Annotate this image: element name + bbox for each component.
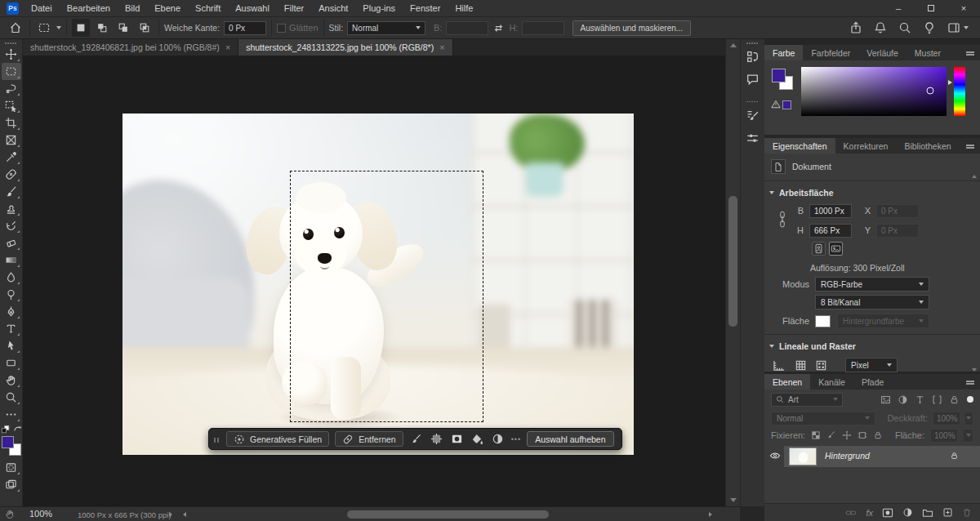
path-selection-tool[interactable] <box>2 337 21 354</box>
canvas-width-input[interactable]: 1000 Px <box>809 204 852 218</box>
menu-filter[interactable]: Filter <box>277 0 311 16</box>
selection-mode-add-button[interactable] <box>93 19 111 37</box>
blur-tool[interactable] <box>2 269 21 286</box>
panel-scroll-down-icon[interactable] <box>972 368 977 372</box>
panel-menu-icon[interactable] <box>966 145 974 146</box>
window-restore-button[interactable] <box>915 0 947 16</box>
dock-grip[interactable] <box>746 42 759 44</box>
tool-preset-chevron-icon[interactable] <box>56 26 61 29</box>
brush-settings-panel-button[interactable] <box>742 105 764 125</box>
taskbar-more-button[interactable]: ••• <box>511 435 521 443</box>
hand-tool[interactable] <box>2 372 21 389</box>
menu-auswahl[interactable]: Auswahl <box>228 0 277 16</box>
brush-tool[interactable] <box>2 183 21 200</box>
hue-slider[interactable] <box>954 67 965 116</box>
tab-verlaeufe[interactable]: Verläufe <box>858 45 906 60</box>
pen-tool[interactable] <box>2 303 21 320</box>
canvas-vertical-scrollbar[interactable] <box>725 39 740 506</box>
width-ratio-input[interactable] <box>446 21 488 35</box>
zoom-tool[interactable] <box>2 389 21 406</box>
canvas-height-input[interactable]: 666 Px <box>809 224 852 238</box>
hscroll-left-icon[interactable] <box>183 512 186 517</box>
menu-ansicht[interactable]: Ansicht <box>311 0 355 16</box>
height-ratio-input[interactable] <box>522 21 564 35</box>
selection-marquee[interactable] <box>290 171 483 422</box>
orientation-landscape-button[interactable] <box>829 242 843 256</box>
eraser-tool[interactable] <box>2 234 21 252</box>
photo-canvas[interactable] <box>122 114 634 455</box>
document-tab-2[interactable]: shutterstock_2481313225.jpg bei 100% (RG… <box>238 39 452 56</box>
orientation-portrait-button[interactable] <box>812 242 826 256</box>
layer-lock-icon[interactable] <box>950 451 959 461</box>
object-selection-tool[interactable] <box>2 97 21 114</box>
select-and-mask-button[interactable]: Auswählen und maskieren... <box>572 20 692 36</box>
layer-visibility-eye-icon[interactable] <box>769 451 781 461</box>
layer-name[interactable]: Hintergrund <box>825 451 870 461</box>
zoom-level[interactable]: 100% <box>29 509 52 519</box>
panel-menu-icon[interactable] <box>966 381 974 382</box>
toolbar-grip[interactable] <box>5 42 17 44</box>
tab-close-icon[interactable]: × <box>439 42 444 52</box>
tab-korrekturen[interactable]: Korrekturen <box>835 138 897 154</box>
edit-toolbar-button[interactable] <box>2 406 21 423</box>
adjustment-button[interactable] <box>491 432 506 447</box>
gamut-color-swatch[interactable] <box>782 100 791 109</box>
document-tab-1[interactable]: shutterstock_1928406821.jpg bei 100% (RG… <box>23 39 238 56</box>
history-panel-button[interactable] <box>742 47 764 67</box>
workspace-button[interactable] <box>947 21 960 34</box>
menu-fenster[interactable]: Fenster <box>403 0 448 16</box>
lasso-tool[interactable] <box>2 80 21 97</box>
new-adjustment-layer-button[interactable] <box>902 507 913 518</box>
rectangular-marquee-tool[interactable] <box>2 63 21 80</box>
style-dropdown[interactable]: Normal <box>347 21 425 35</box>
grid-toggle-button[interactable] <box>795 359 807 372</box>
frame-tool[interactable] <box>2 131 21 149</box>
deselect-button[interactable]: Auswahl aufheben <box>527 431 613 447</box>
canvas-fill-swatch[interactable] <box>815 315 831 327</box>
panel-scroll-up-icon[interactable] <box>972 175 977 178</box>
fill-selection-button[interactable] <box>470 432 485 447</box>
layer-filter-dropdown[interactable]: Art <box>771 393 843 407</box>
screen-mode-button[interactable] <box>2 476 21 493</box>
menu-plugins[interactable]: Plug-ins <box>355 0 403 16</box>
menu-ebene[interactable]: Ebene <box>147 0 188 16</box>
clone-stamp-tool[interactable] <box>2 200 21 217</box>
scroll-down-icon[interactable] <box>730 498 737 502</box>
workspace-chevron-icon[interactable] <box>964 26 969 29</box>
gamut-warning-icon[interactable] <box>771 100 781 109</box>
layer-effects-button[interactable]: fx <box>866 508 873 518</box>
selection-brush-button[interactable] <box>409 432 424 447</box>
layer-row-hintergrund[interactable]: Hintergrund <box>764 446 980 467</box>
feather-input[interactable]: 0 Px <box>224 21 266 35</box>
swap-dimensions-button[interactable] <box>490 19 508 37</box>
canvas-viewport[interactable]: Generatives Füllen Entfernen ••• Auswahl… <box>23 56 725 506</box>
layer-thumbnail[interactable] <box>789 448 817 465</box>
gradient-tool[interactable] <box>2 252 21 269</box>
tab-ebenen[interactable]: Ebenen <box>764 374 810 390</box>
create-mask-button[interactable] <box>450 432 465 447</box>
layer-filter-toggle[interactable] <box>967 396 973 403</box>
menu-schrift[interactable]: Schrift <box>188 0 228 16</box>
shape-tool[interactable] <box>2 354 21 372</box>
menu-bearbeiten[interactable]: Bearbeiten <box>60 0 118 16</box>
panel-menu-icon[interactable] <box>966 51 974 53</box>
swap-colors-button[interactable] <box>13 425 22 434</box>
move-tool[interactable] <box>2 46 21 63</box>
tab-kanaele[interactable]: Kanäle <box>810 374 853 390</box>
horizontal-scroll-thumb[interactable] <box>347 510 549 519</box>
discover-button[interactable] <box>923 21 936 34</box>
tab-pfade[interactable]: Pfade <box>853 374 892 390</box>
selection-mode-intersect-button[interactable] <box>136 19 154 37</box>
status-expand-icon[interactable] <box>169 512 172 517</box>
search-button[interactable] <box>898 21 911 34</box>
crop-tool[interactable] <box>2 114 21 131</box>
tab-bibliotheken[interactable]: Bibliotheken <box>896 138 959 154</box>
foreground-color-swatch[interactable] <box>2 436 14 448</box>
tool-options-panel-button[interactable] <box>742 128 764 148</box>
tab-muster[interactable]: Muster <box>906 45 949 60</box>
units-dropdown[interactable]: Pixel <box>845 358 898 372</box>
notifications-button[interactable] <box>874 21 887 34</box>
comments-panel-button[interactable] <box>742 70 764 90</box>
window-close-button[interactable]: × <box>947 0 980 16</box>
selection-mode-new-button[interactable] <box>72 19 90 37</box>
